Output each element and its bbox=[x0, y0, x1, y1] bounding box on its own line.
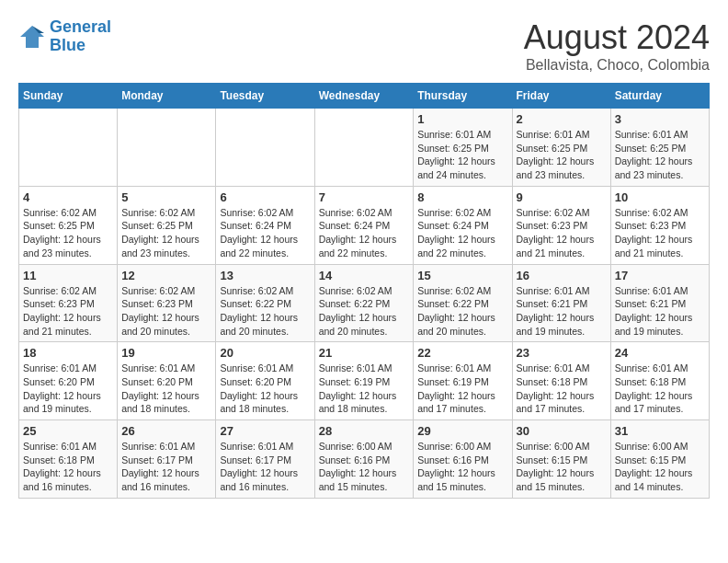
header-wednesday: Wednesday bbox=[314, 84, 414, 109]
day-number: 14 bbox=[319, 269, 410, 282]
day-number: 25 bbox=[23, 424, 113, 438]
day-number: 18 bbox=[23, 346, 113, 360]
calendar-cell: 4Sunrise: 6:02 AM Sunset: 6:25 PM Daylig… bbox=[19, 186, 118, 264]
calendar-cell: 11Sunrise: 6:02 AM Sunset: 6:23 PM Dayli… bbox=[19, 264, 118, 342]
day-number: 28 bbox=[319, 424, 410, 438]
day-info: Sunrise: 6:00 AM Sunset: 6:15 PM Dayligh… bbox=[615, 440, 705, 494]
header-thursday: Thursday bbox=[414, 84, 512, 109]
header-row: SundayMondayTuesdayWednesdayThursdayFrid… bbox=[19, 84, 710, 109]
calendar-cell: 26Sunrise: 6:01 AM Sunset: 6:17 PM Dayli… bbox=[118, 420, 216, 499]
day-number: 27 bbox=[220, 424, 310, 438]
day-number: 22 bbox=[417, 346, 507, 360]
day-number: 26 bbox=[121, 424, 211, 438]
day-number: 1 bbox=[417, 112, 507, 126]
day-number: 13 bbox=[220, 269, 310, 282]
day-number: 15 bbox=[417, 269, 507, 282]
calendar-week-4: 18Sunrise: 6:01 AM Sunset: 6:20 PM Dayli… bbox=[19, 342, 710, 420]
day-number: 4 bbox=[23, 190, 113, 204]
day-info: Sunrise: 6:01 AM Sunset: 6:18 PM Dayligh… bbox=[517, 362, 607, 416]
day-info: Sunrise: 6:01 AM Sunset: 6:25 PM Dayligh… bbox=[615, 128, 705, 182]
day-number: 17 bbox=[615, 269, 705, 282]
calendar-cell: 18Sunrise: 6:01 AM Sunset: 6:20 PM Dayli… bbox=[19, 342, 118, 420]
calendar-cell: 7Sunrise: 6:02 AM Sunset: 6:24 PM Daylig… bbox=[314, 186, 414, 264]
day-info: Sunrise: 6:01 AM Sunset: 6:17 PM Dayligh… bbox=[220, 440, 310, 494]
main-title: August 2024 bbox=[524, 18, 710, 57]
calendar-week-2: 4Sunrise: 6:02 AM Sunset: 6:25 PM Daylig… bbox=[19, 186, 710, 264]
logo-line2: Blue bbox=[50, 36, 85, 54]
calendar-cell: 25Sunrise: 6:01 AM Sunset: 6:18 PM Dayli… bbox=[19, 420, 118, 499]
calendar-cell: 8Sunrise: 6:02 AM Sunset: 6:24 PM Daylig… bbox=[414, 186, 512, 264]
calendar-week-1: 1Sunrise: 6:01 AM Sunset: 6:25 PM Daylig… bbox=[19, 109, 710, 187]
day-info: Sunrise: 6:02 AM Sunset: 6:22 PM Dayligh… bbox=[319, 284, 410, 339]
day-info: Sunrise: 6:01 AM Sunset: 6:17 PM Dayligh… bbox=[121, 440, 211, 494]
day-info: Sunrise: 6:01 AM Sunset: 6:18 PM Dayligh… bbox=[615, 362, 705, 416]
calendar-cell bbox=[118, 109, 216, 187]
day-number: 3 bbox=[615, 112, 705, 126]
header-tuesday: Tuesday bbox=[216, 84, 314, 109]
day-info: Sunrise: 6:02 AM Sunset: 6:23 PM Dayligh… bbox=[121, 284, 211, 339]
calendar-cell: 19Sunrise: 6:01 AM Sunset: 6:20 PM Dayli… bbox=[118, 342, 216, 420]
calendar-cell: 10Sunrise: 6:02 AM Sunset: 6:23 PM Dayli… bbox=[610, 186, 709, 264]
calendar-week-3: 11Sunrise: 6:02 AM Sunset: 6:23 PM Dayli… bbox=[19, 264, 710, 342]
day-number: 29 bbox=[417, 424, 507, 438]
calendar-cell: 2Sunrise: 6:01 AM Sunset: 6:25 PM Daylig… bbox=[512, 109, 610, 187]
day-info: Sunrise: 6:01 AM Sunset: 6:19 PM Dayligh… bbox=[417, 362, 507, 416]
day-info: Sunrise: 6:01 AM Sunset: 6:20 PM Dayligh… bbox=[121, 362, 211, 416]
calendar-cell bbox=[19, 109, 118, 187]
calendar-cell: 3Sunrise: 6:01 AM Sunset: 6:25 PM Daylig… bbox=[610, 109, 709, 187]
day-info: Sunrise: 6:02 AM Sunset: 6:24 PM Dayligh… bbox=[319, 206, 410, 260]
calendar-cell: 17Sunrise: 6:01 AM Sunset: 6:21 PM Dayli… bbox=[610, 264, 709, 342]
calendar-cell: 22Sunrise: 6:01 AM Sunset: 6:19 PM Dayli… bbox=[414, 342, 512, 420]
day-info: Sunrise: 6:02 AM Sunset: 6:22 PM Dayligh… bbox=[417, 284, 507, 339]
day-number: 9 bbox=[517, 190, 607, 204]
calendar-week-5: 25Sunrise: 6:01 AM Sunset: 6:18 PM Dayli… bbox=[19, 420, 710, 499]
day-info: Sunrise: 6:00 AM Sunset: 6:15 PM Dayligh… bbox=[517, 440, 607, 494]
calendar-cell: 5Sunrise: 6:02 AM Sunset: 6:25 PM Daylig… bbox=[118, 186, 216, 264]
calendar-cell: 24Sunrise: 6:01 AM Sunset: 6:18 PM Dayli… bbox=[610, 342, 709, 420]
calendar-cell bbox=[216, 109, 314, 187]
day-info: Sunrise: 6:01 AM Sunset: 6:18 PM Dayligh… bbox=[23, 440, 113, 494]
day-info: Sunrise: 6:02 AM Sunset: 6:24 PM Dayligh… bbox=[417, 206, 507, 260]
calendar-cell: 21Sunrise: 6:01 AM Sunset: 6:19 PM Dayli… bbox=[314, 342, 414, 420]
day-number: 8 bbox=[417, 190, 507, 204]
day-info: Sunrise: 6:02 AM Sunset: 6:22 PM Dayligh… bbox=[220, 284, 310, 339]
svg-marker-0 bbox=[20, 26, 44, 48]
day-info: Sunrise: 6:01 AM Sunset: 6:21 PM Dayligh… bbox=[615, 284, 705, 339]
subtitle: Bellavista, Choco, Colombia bbox=[524, 57, 710, 74]
day-info: Sunrise: 6:02 AM Sunset: 6:25 PM Dayligh… bbox=[121, 206, 211, 260]
calendar-cell: 31Sunrise: 6:00 AM Sunset: 6:15 PM Dayli… bbox=[610, 420, 709, 499]
day-number: 10 bbox=[615, 190, 705, 204]
logo: General Blue bbox=[18, 18, 111, 55]
day-info: Sunrise: 6:02 AM Sunset: 6:23 PM Dayligh… bbox=[615, 206, 705, 260]
day-info: Sunrise: 6:01 AM Sunset: 6:19 PM Dayligh… bbox=[319, 362, 410, 416]
header-monday: Monday bbox=[118, 84, 216, 109]
calendar-cell: 23Sunrise: 6:01 AM Sunset: 6:18 PM Dayli… bbox=[512, 342, 610, 420]
day-info: Sunrise: 6:00 AM Sunset: 6:16 PM Dayligh… bbox=[319, 440, 410, 494]
day-number: 11 bbox=[23, 269, 113, 282]
day-number: 20 bbox=[220, 346, 310, 360]
day-number: 6 bbox=[220, 190, 310, 204]
calendar-cell: 14Sunrise: 6:02 AM Sunset: 6:22 PM Dayli… bbox=[314, 264, 414, 342]
day-info: Sunrise: 6:01 AM Sunset: 6:21 PM Dayligh… bbox=[517, 284, 607, 339]
calendar-table: SundayMondayTuesdayWednesdayThursdayFrid… bbox=[18, 83, 710, 499]
calendar-cell: 20Sunrise: 6:01 AM Sunset: 6:20 PM Dayli… bbox=[216, 342, 314, 420]
logo-text: General Blue bbox=[50, 18, 111, 55]
calendar-cell: 9Sunrise: 6:02 AM Sunset: 6:23 PM Daylig… bbox=[512, 186, 610, 264]
calendar-cell: 6Sunrise: 6:02 AM Sunset: 6:24 PM Daylig… bbox=[216, 186, 314, 264]
day-info: Sunrise: 6:02 AM Sunset: 6:23 PM Dayligh… bbox=[517, 206, 607, 260]
header-friday: Friday bbox=[512, 84, 610, 109]
day-number: 31 bbox=[615, 424, 705, 438]
day-number: 23 bbox=[517, 346, 607, 360]
calendar-cell: 1Sunrise: 6:01 AM Sunset: 6:25 PM Daylig… bbox=[414, 109, 512, 187]
title-block: August 2024 Bellavista, Choco, Colombia bbox=[524, 18, 710, 74]
day-number: 30 bbox=[517, 424, 607, 438]
day-info: Sunrise: 6:02 AM Sunset: 6:25 PM Dayligh… bbox=[23, 206, 113, 260]
calendar-header: SundayMondayTuesdayWednesdayThursdayFrid… bbox=[19, 84, 710, 109]
day-info: Sunrise: 6:01 AM Sunset: 6:20 PM Dayligh… bbox=[23, 362, 113, 416]
calendar-cell: 28Sunrise: 6:00 AM Sunset: 6:16 PM Dayli… bbox=[314, 420, 414, 499]
day-number: 5 bbox=[121, 190, 211, 204]
calendar-cell: 13Sunrise: 6:02 AM Sunset: 6:22 PM Dayli… bbox=[216, 264, 314, 342]
day-number: 21 bbox=[319, 346, 410, 360]
page-header: General Blue August 2024 Bellavista, Cho… bbox=[18, 18, 710, 74]
day-number: 2 bbox=[517, 112, 607, 126]
